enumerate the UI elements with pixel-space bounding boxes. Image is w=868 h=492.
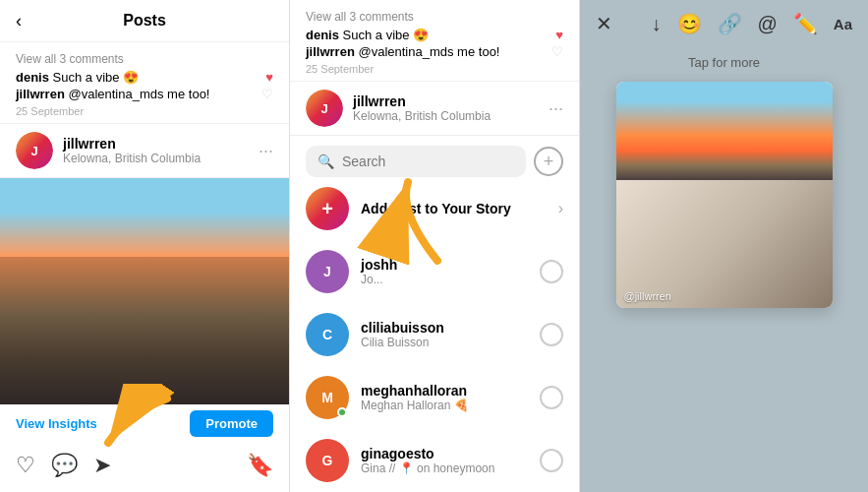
search-icon: 🔍: [318, 154, 334, 169]
share-icon[interactable]: ➤: [93, 453, 111, 478]
cilia-avatar-wrapper: C: [306, 313, 361, 356]
gina-select-circle[interactable]: [540, 449, 563, 472]
p2-comment-text-1: Such a vibe 😍: [343, 28, 430, 42]
p2-comment-username-1: denis: [306, 28, 339, 42]
comment-1: denis Such a vibe 😍: [16, 70, 139, 85]
joshh-avatar-wrapper: J: [306, 250, 361, 293]
p2-comment-1: denis Such a vibe 😍: [306, 28, 429, 42]
panel1-title: Posts: [123, 12, 166, 30]
mention-icon[interactable]: @: [758, 13, 778, 35]
story-card[interactable]: @jillwrren: [616, 82, 833, 308]
list-item-story[interactable]: + Add Post to Your Story ›: [290, 177, 579, 240]
post-header-p1: J jillwrren Kelowna, British Columbia ··…: [0, 124, 289, 178]
gina-info: ginagoesto Gina // 📍 on honeymoon: [361, 446, 540, 475]
meghan-avatar-wrapper: M: [306, 376, 361, 419]
cilia-name: cliliabuisson: [361, 320, 540, 336]
p2-view-all-comments[interactable]: View all 3 comments: [306, 10, 563, 24]
p2-heart-1[interactable]: ♥: [555, 28, 563, 42]
meghan-select-circle[interactable]: [540, 386, 563, 409]
view-insights-button[interactable]: View Insights: [16, 416, 97, 431]
story-image-bottom: @jillwrren: [616, 180, 833, 308]
meghan-info: meghanhalloran Meghan Halloran 🍕: [361, 383, 540, 412]
comment-text-1: Such a vibe 😍: [53, 70, 140, 85]
panel-story: ✕ ↓ 😊 🔗 @ ✏️ Aa Tap for more @jillwrren: [580, 0, 868, 492]
post-location-p1: Kelowna, British Columbia: [63, 152, 259, 165]
more-options-p1[interactable]: ···: [259, 141, 273, 161]
cilia-avatar: C: [306, 313, 349, 356]
meghan-subname: Meghan Halloran 🍕: [361, 399, 540, 412]
story-image-top: [616, 82, 833, 180]
story-chevron-icon: ›: [558, 200, 563, 217]
joshh-avatar: J: [306, 250, 349, 293]
list-item-gina[interactable]: G ginagoesto Gina // 📍 on honeymoon: [290, 429, 579, 492]
heart-icon-1[interactable]: ♥: [265, 70, 273, 85]
story-avatar: +: [306, 187, 349, 230]
story-top-icons: ↓ 😊 🔗 @ ✏️ Aa: [652, 12, 853, 35]
story-item-info: Add Post to Your Story: [361, 201, 558, 216]
download-icon[interactable]: ↓: [652, 13, 662, 35]
panel-share: View all 3 comments denis Such a vibe 😍 …: [290, 0, 580, 492]
post-image-p1: [0, 178, 289, 404]
p2-comment-username-2: jillwrren: [306, 44, 355, 59]
post-user-info-p1: jillwrren Kelowna, British Columbia: [63, 136, 259, 165]
p2-comment-row-1: denis Such a vibe 😍 ♥: [306, 28, 563, 44]
cilia-subname: Cilia Buisson: [361, 336, 540, 349]
list-item-meghan[interactable]: M meghanhalloran Meghan Halloran 🍕: [290, 366, 579, 429]
emoji-icon[interactable]: 😊: [677, 12, 702, 35]
search-input[interactable]: [342, 154, 514, 169]
p2-comment-text-2: @valentina_mds me too!: [358, 44, 499, 59]
like-icon[interactable]: ♡: [16, 453, 35, 478]
comment-2: jillwrren @valentina_mds me too!: [16, 87, 209, 101]
view-all-comments[interactable]: View all 3 comments: [16, 52, 273, 66]
comment-icon[interactable]: 💬: [51, 453, 78, 478]
p2-avatar: J: [306, 90, 343, 127]
gina-avatar-wrapper: G: [306, 439, 361, 482]
online-dot-meghan: [337, 407, 347, 417]
meghan-name: meghanhalloran: [361, 383, 540, 399]
list-item-joshh[interactable]: J joshh Jo...: [290, 240, 579, 303]
story-username-tag: @jillwrren: [624, 290, 671, 302]
link-icon[interactable]: 🔗: [718, 12, 742, 35]
close-icon[interactable]: ✕: [596, 12, 612, 35]
insights-bar: View Insights Promote: [0, 404, 289, 445]
left-actions: ♡ 💬 ➤: [16, 453, 111, 478]
meghan-avatar: M: [306, 376, 349, 419]
joshh-subname: Jo...: [361, 273, 540, 286]
p2-more-options[interactable]: ···: [549, 98, 563, 119]
p2-post-header: J jillwrren Kelowna, British Columbia ··…: [290, 82, 579, 136]
add-button[interactable]: +: [534, 147, 563, 176]
promote-button[interactable]: Promote: [190, 410, 273, 437]
story-top-bar: ✕ ↓ 😊 🔗 @ ✏️ Aa: [580, 0, 868, 47]
heart-icon-2[interactable]: ♡: [261, 87, 273, 101]
tap-for-more-text: Tap for more: [580, 47, 868, 82]
comment-username-2: jillwrren: [16, 87, 65, 101]
gina-subname: Gina // 📍 on honeymoon: [361, 461, 540, 475]
comment-row-2: jillwrren @valentina_mds me too! ♡: [16, 87, 273, 103]
text-icon[interactable]: Aa: [834, 16, 852, 32]
p2-comment-row-2: jillwrren @valentina_mds me too! ♡: [306, 44, 563, 61]
cilia-info: cliliabuisson Cilia Buisson: [361, 320, 540, 349]
search-row: 🔍 +: [306, 146, 563, 177]
p2-comment-date: 25 September: [306, 63, 563, 75]
action-bar-p1: ♡ 💬 ➤ 🔖: [0, 445, 289, 486]
back-icon[interactable]: ‹: [16, 11, 22, 31]
panel1-header: ‹ Posts: [0, 0, 289, 42]
joshh-name: joshh: [361, 257, 540, 273]
comments-section: View all 3 comments denis Such a vibe 😍 …: [0, 42, 289, 124]
gina-avatar: G: [306, 439, 349, 482]
list-item-cilia[interactable]: C cliliabuisson Cilia Buisson: [290, 303, 579, 366]
search-bar: 🔍: [306, 146, 526, 177]
p2-post-username: jillwrren: [353, 93, 549, 109]
cilia-select-circle[interactable]: [540, 323, 563, 346]
comment-username-1: denis: [16, 70, 49, 85]
p2-comments-section: View all 3 comments denis Such a vibe 😍 …: [290, 0, 579, 82]
panel-posts: ‹ Posts View all 3 comments denis Such a…: [0, 0, 290, 492]
post-username-p1: jillwrren: [63, 136, 259, 152]
joshh-select-circle[interactable]: [540, 260, 563, 283]
p2-post-user-info: jillwrren Kelowna, British Columbia: [353, 93, 549, 123]
story-item-name: Add Post to Your Story: [361, 201, 558, 216]
p2-heart-2[interactable]: ♡: [551, 44, 563, 59]
bookmark-icon[interactable]: 🔖: [247, 453, 273, 478]
gina-name: ginagoesto: [361, 446, 540, 461]
sticker-icon[interactable]: ✏️: [793, 12, 818, 35]
